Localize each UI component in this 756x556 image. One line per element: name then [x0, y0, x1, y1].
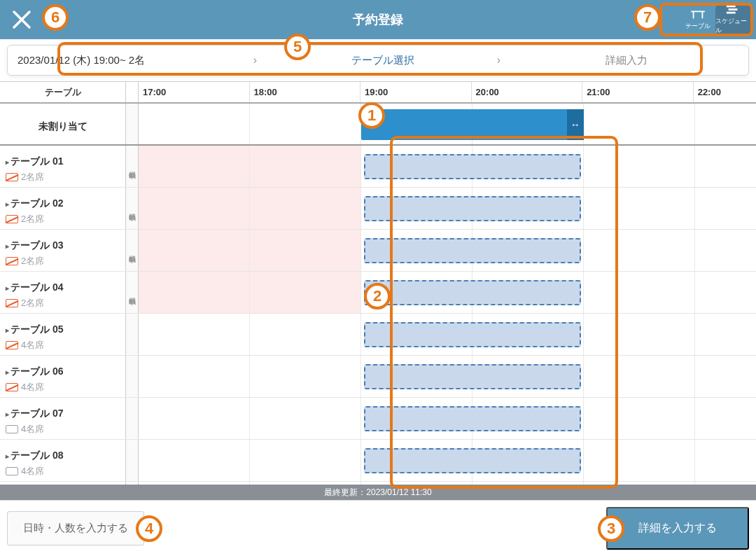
annotation-3: 3 — [598, 515, 624, 542]
resize-handle-icon[interactable]: ↔ — [567, 109, 584, 140]
step-table-label: テーブル選択 — [351, 54, 414, 67]
row-label[interactable]: ▸テーブル 042名席 — [0, 272, 126, 313]
time-col-21:00: 21:00 — [582, 82, 694, 102]
candidate-slot[interactable] — [364, 238, 581, 263]
row-badge: 掲載中 — [126, 146, 139, 187]
seat-icon — [6, 425, 18, 433]
candidate-slot[interactable] — [364, 196, 581, 221]
row-label[interactable]: ▸テーブル 064名席 — [0, 356, 126, 397]
footer: 日時・人数を入力する 詳細を入力する — [0, 500, 756, 556]
row-label[interactable]: ▸テーブル 054名席 — [0, 314, 126, 355]
row-label[interactable]: ▸テーブル 032名席 — [0, 230, 126, 271]
time-col-19:00: 19:00 — [360, 82, 472, 102]
aux-header — [126, 82, 139, 102]
row-badge — [126, 440, 139, 481]
step-detail[interactable]: 詳細入力 — [505, 46, 748, 75]
row-badge: 掲載中 — [126, 272, 139, 313]
chevron-right-icon: › — [253, 54, 257, 67]
time-col-20:00: 20:00 — [472, 82, 583, 102]
annotation-6: 6 — [42, 4, 69, 31]
svg-rect-1 — [729, 8, 738, 11]
chevron-right-icon: › — [497, 54, 500, 67]
annotation-2: 2 — [364, 283, 391, 310]
annotation-1: 1 — [358, 102, 385, 129]
annotation-4: 4 — [136, 515, 162, 542]
seat-icon — [6, 299, 18, 307]
view-toggle: テーブル スケジュール — [680, 6, 750, 34]
row-label[interactable]: ▸テーブル 012名席 — [0, 146, 126, 187]
row-aux — [126, 104, 139, 144]
view-table-label: テーブル — [685, 22, 710, 31]
view-table-button[interactable]: テーブル — [680, 6, 715, 34]
seat-icon — [6, 257, 18, 265]
seat-icon — [6, 173, 18, 181]
candidate-slot[interactable] — [364, 154, 581, 179]
candidate-slot[interactable] — [364, 280, 581, 305]
candidate-slot[interactable] — [364, 322, 581, 347]
time-col-22:00: 22:00 — [694, 82, 756, 102]
annotation-5: 5 — [284, 34, 311, 60]
table-column-header: テーブル — [0, 82, 126, 102]
seat-icon — [6, 383, 18, 391]
wizard-stepbar: 2023/01/12 (木) 19:00~ 2名 › テーブル選択 › 詳細入力 — [7, 45, 749, 76]
edit-datetime-button[interactable]: 日時・人数を入力する — [7, 511, 144, 545]
close-icon[interactable] — [11, 9, 32, 30]
step-datetime[interactable]: 2023/01/12 (木) 19:00~ 2名 › — [8, 46, 261, 75]
row-badge — [126, 314, 139, 355]
row-badge: 掲載中 — [126, 188, 139, 229]
seat-icon — [6, 467, 18, 475]
schedule-icon — [725, 4, 741, 15]
row-label-unassigned: 未割り当て — [0, 104, 126, 144]
reservation-block[interactable]: ↔ — [361, 109, 584, 140]
time-col-18:00: 18:00 — [250, 82, 361, 102]
row-badge: 掲載中 — [126, 230, 139, 271]
view-schedule-label: スケジュール — [715, 17, 750, 35]
seat-icon — [6, 215, 18, 223]
seat-icon — [6, 341, 18, 349]
time-header: テーブル 17:0018:0019:0020:0021:0022:00 — [0, 81, 756, 104]
annotation-7: 7 — [634, 4, 661, 31]
svg-rect-0 — [727, 6, 736, 8]
table-icon — [690, 9, 706, 20]
row-badge — [126, 398, 139, 439]
row-badge — [126, 356, 139, 397]
time-columns: 17:0018:0019:0020:0021:0022:00 — [139, 82, 756, 102]
view-schedule-button[interactable]: スケジュール — [715, 6, 750, 34]
time-col-17:00: 17:00 — [139, 82, 250, 102]
row-label[interactable]: ▸テーブル 084名席 — [0, 440, 126, 481]
row-label[interactable]: ▸テーブル 074名席 — [0, 398, 126, 439]
enter-detail-button[interactable]: 詳細を入力する — [606, 507, 749, 550]
status-bar: 最終更新：2023/01/12 11:30 — [0, 485, 756, 500]
candidate-slot[interactable] — [364, 406, 581, 431]
row-label[interactable]: ▸テーブル 022名席 — [0, 188, 126, 229]
svg-rect-2 — [727, 12, 736, 14]
page-title: 予約登録 — [353, 11, 403, 28]
last-updated: 最終更新：2023/01/12 11:30 — [324, 487, 431, 499]
step-detail-label: 詳細入力 — [606, 54, 648, 67]
candidate-slot[interactable] — [364, 448, 581, 473]
candidate-slot[interactable] — [364, 364, 581, 389]
step-datetime-label: 2023/01/12 (木) 19:00~ 2名 — [18, 54, 145, 67]
